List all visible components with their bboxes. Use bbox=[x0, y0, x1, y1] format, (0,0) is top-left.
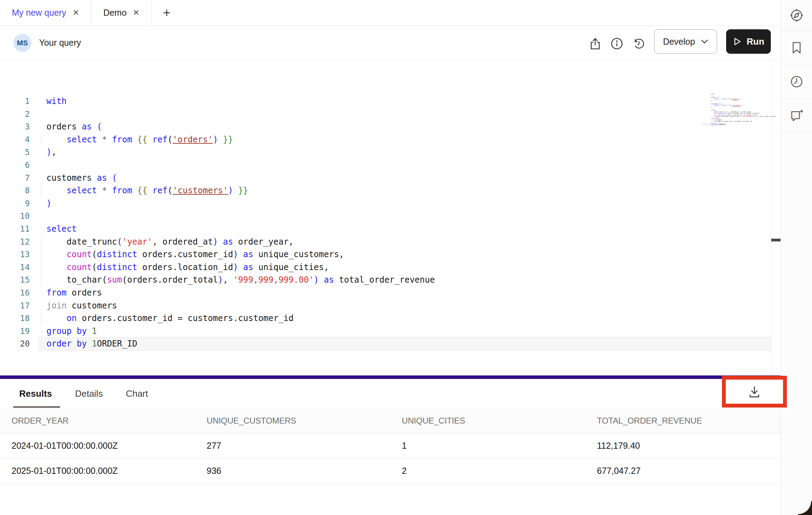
code-line[interactable]: 11select bbox=[0, 223, 772, 236]
code-token: select bbox=[67, 135, 97, 144]
code-token: select bbox=[46, 224, 77, 234]
line-number: 20 bbox=[0, 337, 30, 350]
code-line[interactable]: 18 on orders.customer_id = customers.cus… bbox=[0, 312, 772, 325]
code-token bbox=[46, 249, 67, 259]
code-line[interactable]: 10 bbox=[0, 210, 772, 223]
line-number: 18 bbox=[0, 312, 30, 325]
add-tab-button[interactable]: + bbox=[152, 0, 182, 25]
download-results-button[interactable] bbox=[744, 381, 765, 402]
sidebar-item-ai-chat[interactable] bbox=[781, 99, 812, 133]
code-line[interactable]: 13 count(distinct orders.customer_id) as… bbox=[0, 248, 772, 261]
code-token: }} bbox=[740, 98, 742, 100]
code-line[interactable]: 8 select * from {{ ref('customers') }} bbox=[0, 184, 772, 197]
code-token: date_trunc bbox=[46, 237, 117, 247]
panel-resize-divider[interactable] bbox=[0, 375, 781, 379]
code-token: (orders.order_total bbox=[122, 275, 218, 285]
line-number: 15 bbox=[0, 274, 30, 286]
tab-label: Demo bbox=[103, 8, 127, 18]
code-token: orders.customer_id bbox=[137, 249, 233, 259]
code-token: 'customers' bbox=[732, 104, 741, 106]
code-token: ) bbox=[46, 147, 51, 157]
results-table: ORDER_YEARUNIQUE_CUSTOMERSUNIQUE_CITIEST… bbox=[0, 408, 781, 484]
tab-chart[interactable]: Chart bbox=[126, 388, 148, 399]
code-line[interactable]: 4 select * from {{ ref('orders') }} bbox=[0, 133, 772, 146]
code-line[interactable]: 2 bbox=[0, 108, 772, 121]
editor-scrollbar-thumb[interactable] bbox=[771, 239, 781, 241]
code-token: ref bbox=[152, 186, 167, 195]
develop-dropdown[interactable]: Develop bbox=[654, 29, 717, 54]
code-token: as bbox=[243, 249, 253, 259]
table-header-row: ORDER_YEARUNIQUE_CUSTOMERSUNIQUE_CITIEST… bbox=[0, 408, 781, 433]
code-token: ) bbox=[314, 275, 319, 285]
code-token bbox=[92, 122, 97, 132]
code-token: as bbox=[97, 173, 107, 183]
sidebar-item-bookmarks[interactable] bbox=[781, 31, 812, 65]
tab-my-new-query[interactable]: My new query ✕ bbox=[0, 0, 91, 25]
code-line[interactable]: 6 bbox=[0, 159, 772, 172]
editor-scrollbar-track[interactable] bbox=[772, 60, 781, 375]
code-token: from bbox=[112, 135, 132, 144]
query-ide-window: My new query ✕ Demo ✕ + MS Your query bbox=[0, 0, 812, 515]
code-line[interactable]: 14 count(distinct orders.location_id) as… bbox=[0, 261, 772, 274]
close-icon[interactable]: ✕ bbox=[73, 9, 79, 17]
code-line[interactable]: 3orders as ( bbox=[0, 120, 772, 133]
run-button[interactable]: Run bbox=[726, 29, 771, 54]
code-token: as bbox=[243, 262, 253, 272]
results-panel: Results Details Chart ORDER_YEARUNIQUE_C… bbox=[0, 379, 781, 515]
editor-minimap[interactable]: withorders as ( select * from {{ ref('or… bbox=[694, 94, 753, 126]
code-token: select bbox=[714, 98, 719, 100]
code-token: orders.customer_id = customers.customer_… bbox=[77, 313, 294, 323]
code-text: join customers bbox=[38, 299, 772, 312]
code-token bbox=[46, 186, 67, 195]
info-button[interactable] bbox=[609, 36, 625, 51]
code-token bbox=[238, 249, 243, 259]
history-button[interactable] bbox=[631, 36, 647, 51]
code-token bbox=[218, 237, 223, 247]
code-line[interactable]: 16from orders bbox=[0, 286, 772, 299]
code-token: 1 bbox=[92, 326, 97, 336]
code-text: from orders bbox=[38, 286, 772, 299]
code-line[interactable]: 1with bbox=[0, 95, 772, 108]
line-number: 1 bbox=[0, 95, 30, 108]
code-line[interactable]: 15 to_char(sum(orders.order_total), '999… bbox=[0, 274, 772, 286]
code-line[interactable]: 9) bbox=[0, 197, 772, 210]
code-line[interactable]: 17join customers bbox=[0, 299, 772, 312]
line-number: 2 bbox=[0, 108, 30, 121]
code-token: ( bbox=[92, 262, 97, 272]
code-text: order by 1ORDER_ID bbox=[38, 337, 772, 350]
sidebar-item-explore[interactable] bbox=[781, 0, 812, 31]
code-token: distinct bbox=[97, 262, 138, 272]
code-line[interactable]: 19group by 1 bbox=[0, 325, 772, 338]
code-token: 'customers' bbox=[172, 186, 228, 195]
share-button[interactable] bbox=[588, 36, 603, 51]
close-icon[interactable]: ✕ bbox=[133, 9, 140, 17]
chevron-down-icon bbox=[701, 39, 708, 44]
play-icon bbox=[733, 37, 742, 46]
code-token: ORDER_ID bbox=[719, 124, 726, 125]
run-label: Run bbox=[747, 36, 765, 47]
code-token: select bbox=[67, 186, 97, 195]
tab-results[interactable]: Results bbox=[19, 388, 52, 399]
code-line[interactable]: 20order by 1ORDER_ID bbox=[0, 337, 772, 350]
code-token: ) bbox=[213, 237, 218, 247]
annotation-highlight-box bbox=[722, 376, 787, 408]
line-number: 8 bbox=[0, 184, 30, 197]
code-text: count(distinct orders.location_id) as un… bbox=[38, 261, 772, 274]
tab-details[interactable]: Details bbox=[75, 388, 103, 399]
code-line[interactable]: 5), bbox=[0, 146, 772, 159]
code-token: ( bbox=[97, 122, 102, 132]
tab-demo[interactable]: Demo ✕ bbox=[91, 0, 152, 25]
indent-guide bbox=[41, 312, 41, 325]
code-token bbox=[218, 135, 223, 144]
sidebar-item-history[interactable] bbox=[781, 65, 812, 99]
right-sidebar bbox=[781, 0, 812, 515]
line-number: 3 bbox=[0, 120, 30, 133]
code-token: ) bbox=[233, 249, 238, 259]
code-token: on bbox=[67, 313, 77, 323]
code-line[interactable]: 7customers as ( bbox=[0, 172, 772, 185]
table-cell: 2 bbox=[390, 466, 585, 476]
code-token: customers bbox=[67, 301, 117, 311]
indent-guide bbox=[41, 184, 41, 197]
code-line[interactable]: 12 date_trunc('year', ordered_at) as ord… bbox=[0, 236, 772, 248]
sql-code-editor[interactable]: 1with23orders as (4 select * from {{ ref… bbox=[0, 60, 781, 375]
